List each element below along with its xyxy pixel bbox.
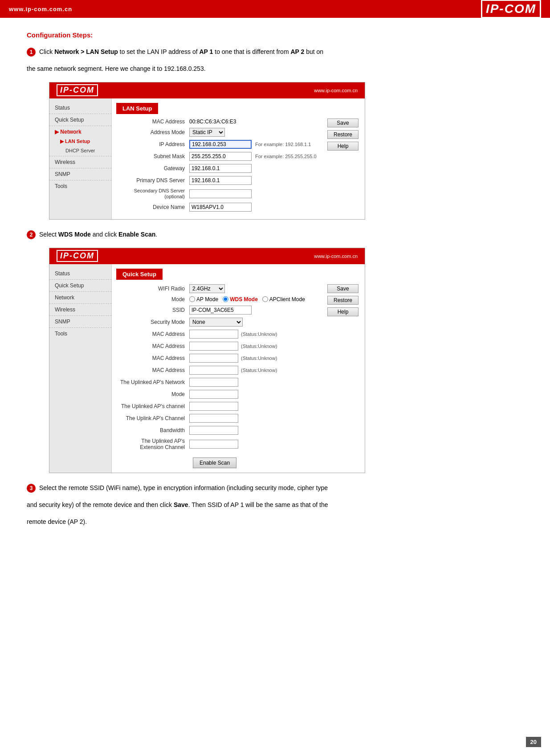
panel1-brand: IP-COM	[57, 84, 98, 96]
step1-bold1: Network > LAN Setup	[54, 48, 118, 55]
panel1-buttons: Save Restore Help	[327, 119, 359, 151]
ap-mode-option[interactable]: AP Mode	[189, 296, 218, 302]
apclient-mode-option[interactable]: APClient Mode	[262, 296, 305, 302]
subnet-mask-hint: For example: 255.255.255.0	[255, 154, 317, 159]
uplink-channel-row: The Uplink AP's Channel	[118, 414, 359, 423]
sidebar1-tools[interactable]: Tools	[49, 181, 111, 191]
config-title: Configuration Steps:	[27, 31, 523, 39]
enable-scan-button[interactable]: Enable Scan	[193, 458, 236, 468]
panel2-save-button[interactable]: Save	[327, 284, 359, 293]
mac3-label: MAC Address	[118, 355, 189, 361]
header-brand: IP-COM	[481, 0, 541, 18]
sidebar2-status[interactable]: Status	[49, 269, 111, 278]
mac3-input[interactable]	[189, 354, 238, 363]
primary-dns-row: Primary DNS Server	[118, 176, 359, 185]
mac4-label: MAC Address	[118, 367, 189, 373]
ip-address-input[interactable]	[189, 140, 252, 149]
mode-row: Mode AP Mode WDS Mode APClient Mode	[118, 296, 359, 302]
sidebar1-snmp[interactable]: SNMP	[49, 169, 111, 179]
step1-text-end: but on	[304, 48, 323, 55]
step1-line2: the same network segment. Here we change…	[27, 64, 523, 74]
panel2-sidebar: Status Quick Setup Network Wireless SNMP…	[49, 264, 112, 473]
sidebar1-lansetup[interactable]: ▶ LAN Setup	[49, 137, 111, 146]
security-mode-row: Security Mode None WPA WPA2	[118, 318, 359, 327]
panel2-restore-button[interactable]: Restore	[327, 296, 359, 305]
panel1-help-button[interactable]: Help	[327, 142, 359, 151]
device-name-input[interactable]	[189, 203, 252, 212]
step3-save-bold: Save	[174, 501, 188, 508]
panel1-screenshot: IP-COM www.ip-com.com.cn Status Quick Se…	[49, 82, 365, 220]
mode-field-input[interactable]	[189, 390, 238, 399]
sidebar2-tools[interactable]: Tools	[49, 329, 111, 339]
panel2-content: Quick Setup Save Restore Help WIFI Radio…	[112, 264, 365, 473]
sidebar1-quicksetup[interactable]: Quick Setup	[49, 115, 111, 125]
mac-address-value: 00:8C:C6:3A:C6:E3	[189, 119, 236, 125]
step1-bold3: AP 2	[290, 48, 304, 55]
mac1-status: (Status:Unknow)	[241, 331, 277, 337]
wifi-radio-label: WIFI Radio	[118, 286, 189, 292]
gateway-input[interactable]	[189, 164, 252, 173]
uplinked-network-input[interactable]	[189, 378, 238, 387]
panel2-form: Save Restore Help WIFI Radio 2.4GHz 5GHz	[112, 280, 365, 473]
mac-address-label: MAC Address	[118, 119, 189, 125]
step1-bold2: AP 1	[200, 48, 213, 55]
wds-mode-radio[interactable]	[223, 296, 228, 302]
panel2-brand: IP-COM	[57, 250, 98, 262]
primary-dns-input[interactable]	[189, 176, 252, 185]
device-name-row: Device Name	[118, 203, 359, 212]
enable-scan-wrapper: Enable Scan	[118, 454, 359, 468]
panel1-section-label: LAN Setup	[116, 103, 158, 114]
secondary-dns-input[interactable]	[189, 189, 252, 198]
step1-text-mid2: to one that is different from	[213, 48, 290, 55]
uplinked-network-label: The Uplinked AP's Network	[118, 379, 189, 385]
mac1-label: MAC Address	[118, 331, 189, 337]
step3-line2-end: . Then SSID of AP 1 will be the same as …	[188, 501, 328, 508]
security-mode-label: Security Mode	[118, 319, 189, 325]
page-number: 20	[526, 737, 541, 747]
ip-address-hint: For example: 192.168.1.1	[255, 142, 311, 147]
address-mode-select[interactable]: Static IP Dynamic IP	[189, 128, 225, 137]
mac2-status: (Status:Unknow)	[241, 343, 277, 349]
wifi-radio-select[interactable]: 2.4GHz 5GHz	[189, 284, 225, 293]
panel1-content: LAN Setup Save Restore Help MAC Address …	[112, 98, 365, 219]
panel1-save-button[interactable]: Save	[327, 119, 359, 127]
gateway-label: Gateway	[118, 165, 189, 172]
sidebar1-status[interactable]: Status	[49, 103, 111, 113]
panel2-help-button[interactable]: Help	[327, 307, 359, 316]
wds-mode-option[interactable]: WDS Mode	[223, 296, 258, 302]
mac4-input[interactable]	[189, 366, 238, 375]
step3-text: Select the remote SSID (WiFi name), type…	[39, 484, 328, 491]
header: www.ip-com.com.cn IP-COM	[0, 0, 550, 18]
sidebar1-dhcp[interactable]: DHCP Server	[49, 146, 111, 155]
bandwidth-input[interactable]	[189, 426, 238, 435]
mac2-input[interactable]	[189, 342, 238, 351]
ssid-input[interactable]	[189, 306, 252, 315]
extension-channel-input[interactable]	[189, 440, 238, 449]
sidebar1-network[interactable]: ▶ Network	[49, 127, 111, 137]
sidebar2-wireless[interactable]: Wireless	[49, 305, 111, 315]
apclient-mode-radio[interactable]	[262, 296, 268, 302]
mac1-input[interactable]	[189, 330, 238, 339]
step1-paragraph: 1 Click Network > LAN Setup to set the L…	[27, 47, 523, 57]
panel2-body: Status Quick Setup Network Wireless SNMP…	[49, 264, 365, 473]
subnet-mask-input[interactable]	[189, 152, 252, 161]
sidebar1-wireless[interactable]: Wireless	[49, 157, 111, 167]
sidebar2-snmp[interactable]: SNMP	[49, 317, 111, 327]
sidebar2-network[interactable]: Network	[49, 293, 111, 302]
ap-mode-radio[interactable]	[189, 296, 195, 302]
sidebar2-quicksetup[interactable]: Quick Setup	[49, 281, 111, 290]
device-name-label: Device Name	[118, 204, 189, 210]
panel2-section-label: Quick Setup	[116, 269, 163, 280]
uplink-channel-input[interactable]	[189, 414, 238, 423]
step3-number: 3	[27, 484, 36, 493]
ip-address-label: IP Address	[118, 141, 189, 147]
panel1-restore-button[interactable]: Restore	[327, 130, 359, 139]
mode-radio-group: AP Mode WDS Mode APClient Mode	[189, 296, 305, 302]
panel2-header: IP-COM www.ip-com.com.cn	[49, 248, 365, 264]
security-mode-select[interactable]: None WPA WPA2	[189, 318, 243, 327]
step2-text-end: .	[155, 231, 157, 238]
panel2-buttons: Save Restore Help	[327, 284, 359, 316]
step3-line3: remote device (AP 2).	[27, 517, 523, 527]
uplinked-channel-input[interactable]	[189, 402, 238, 411]
mode-label: Mode	[118, 296, 189, 302]
